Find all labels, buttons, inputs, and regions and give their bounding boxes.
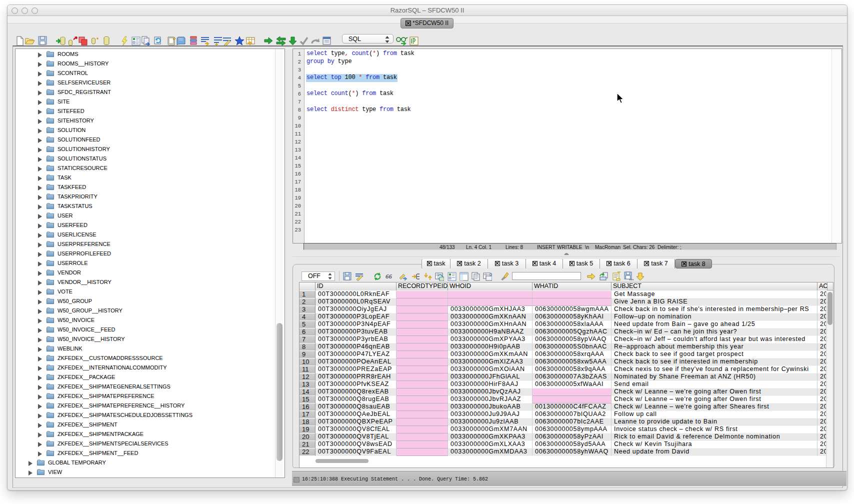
svg-text:66: 66	[386, 272, 392, 280]
